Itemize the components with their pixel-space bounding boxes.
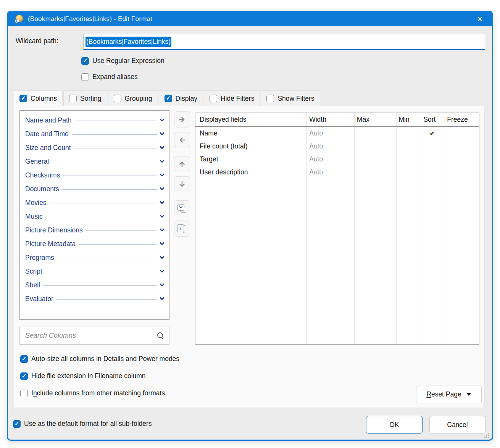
chevron-down-icon <box>160 295 165 300</box>
reset-page-button[interactable]: Reset Page <box>416 385 482 403</box>
include-columns-label: Include columns from other matching form… <box>31 389 165 397</box>
use-regex-label: Use Regular Expression <box>92 57 165 65</box>
chevron-down-icon <box>160 172 165 177</box>
close-icon[interactable]: ✕ <box>474 15 486 24</box>
edit-format-dialog: (Bookmarks|Favorites|Links) - Edit Forma… <box>7 11 493 441</box>
tab-show-filters-checkbox[interactable] <box>266 95 274 102</box>
expand-aliases-option[interactable]: Expand aliases <box>81 73 138 81</box>
category-name-and-path[interactable]: Name and Path <box>20 113 169 127</box>
use-regex-option[interactable]: Use Regular Expression <box>81 57 165 65</box>
category-picture-metadata[interactable]: Picture Metadata <box>20 237 169 251</box>
tab-display-label: Display <box>176 95 197 103</box>
use-default-format-option[interactable]: Use as the default format for all sub-fo… <box>13 420 152 428</box>
tab-show-filters[interactable]: Show Filters <box>261 90 320 106</box>
header-sort[interactable]: Sort <box>420 116 444 124</box>
wildcard-path-label: Wildcard path: <box>16 37 58 45</box>
category-script[interactable]: Script <box>20 264 169 278</box>
tab-sorting-label: Sorting <box>80 95 101 103</box>
header-width[interactable]: Width <box>306 116 354 124</box>
chevron-down-icon <box>160 144 165 149</box>
tab-hide-filters[interactable]: Hide Filters <box>204 90 260 106</box>
search-columns-input[interactable]: Search Columns <box>19 327 169 345</box>
hide-extension-checkbox[interactable] <box>20 372 28 380</box>
dialog-body: Wildcard path: (Bookmarks|Favorites|Link… <box>8 26 492 440</box>
table-row[interactable]: Name Auto ✔ <box>195 127 479 140</box>
search-placeholder: Search Columns <box>25 332 157 340</box>
table-row[interactable]: File count (total) Auto <box>195 140 479 153</box>
tab-display[interactable]: Display <box>159 90 203 106</box>
tab-columns-checkbox[interactable] <box>19 95 27 102</box>
chevron-down-icon <box>160 158 165 163</box>
table-header: Displayed fields Width Max Min Sort Free… <box>195 113 479 127</box>
category-movies[interactable]: Movies <box>20 196 169 209</box>
add-column-button[interactable] <box>174 111 190 127</box>
expand-aliases-checkbox[interactable] <box>81 73 89 81</box>
expand-all-button[interactable] <box>174 200 190 216</box>
category-checksums[interactable]: Checksums <box>20 168 169 182</box>
arrow-up-icon <box>178 160 186 168</box>
chevron-down-icon <box>160 131 165 135</box>
include-columns-option[interactable]: Include columns from other matching form… <box>20 389 165 397</box>
sort-check-icon[interactable]: ✔ <box>420 130 444 137</box>
tab-grouping[interactable]: Grouping <box>108 90 158 106</box>
autosize-columns-option[interactable]: Auto-size all columns in Details and Pow… <box>20 355 179 363</box>
autosize-columns-checkbox[interactable] <box>20 355 28 363</box>
tab-display-checkbox[interactable] <box>165 95 172 102</box>
folder-format-icon <box>14 15 24 24</box>
header-freeze[interactable]: Freeze <box>444 116 479 124</box>
use-default-format-label: Use as the default format for all sub-fo… <box>24 420 152 428</box>
expand-all-icon <box>177 204 187 213</box>
displayed-fields-table: Displayed fields Width Max Min Sort Free… <box>195 113 479 345</box>
use-default-format-checkbox[interactable] <box>13 420 21 428</box>
tab-sorting-checkbox[interactable] <box>69 95 77 102</box>
arrow-down-icon <box>178 180 186 188</box>
category-date-and-time[interactable]: Date and Time <box>20 127 169 141</box>
resize-grip[interactable] <box>484 432 489 438</box>
chevron-down-icon <box>160 213 165 218</box>
chevron-down-icon <box>160 240 165 245</box>
hide-extension-label: Hide file extension in Filename column <box>31 372 146 380</box>
header-min[interactable]: Min <box>396 116 421 124</box>
chevron-down-icon <box>160 254 165 259</box>
tab-grouping-label: Grouping <box>125 95 152 103</box>
cancel-button[interactable]: Cancel <box>429 416 485 433</box>
header-max[interactable]: Max <box>354 116 396 124</box>
tab-grouping-checkbox[interactable] <box>114 95 121 102</box>
arrow-left-icon <box>178 136 186 144</box>
category-general[interactable]: General <box>20 155 169 168</box>
collapse-all-button[interactable] <box>174 221 190 237</box>
chevron-down-icon <box>160 268 165 273</box>
arrow-right-icon <box>178 116 186 123</box>
chevron-down-icon <box>160 117 165 122</box>
include-columns-checkbox[interactable] <box>20 390 28 397</box>
reset-page-label: Reset Page <box>426 390 461 398</box>
dropdown-caret-icon <box>466 393 471 396</box>
table-row[interactable]: Target Auto <box>195 153 479 166</box>
tab-sorting[interactable]: Sorting <box>63 90 107 106</box>
search-icon <box>157 332 164 339</box>
table-row[interactable]: User description Auto <box>195 166 479 179</box>
category-programs[interactable]: Programs <box>20 251 169 264</box>
hide-extension-option[interactable]: Hide file extension in Filename column <box>20 372 146 380</box>
category-evaluator[interactable]: Evaluator <box>20 292 169 306</box>
columns-tab-page: Name and Path Date and Time Size and Cou… <box>14 106 485 408</box>
selected-text: (Bookmarks|Favorites|Links) <box>85 37 171 47</box>
category-size-and-count[interactable]: Size and Count <box>20 141 169 155</box>
tab-hide-filters-label: Hide Filters <box>221 95 255 103</box>
collapse-all-icon <box>177 224 187 233</box>
wildcard-path-input[interactable]: (Bookmarks|Favorites|Links) <box>83 34 485 50</box>
tab-show-filters-label: Show Filters <box>277 95 314 103</box>
move-down-button[interactable] <box>174 176 190 192</box>
use-regex-checkbox[interactable] <box>81 57 89 65</box>
category-documents[interactable]: Documents <box>20 182 169 196</box>
category-shell[interactable]: Shell <box>20 278 169 292</box>
tab-hide-filters-checkbox[interactable] <box>210 95 217 102</box>
move-up-button[interactable] <box>174 156 190 172</box>
tab-columns[interactable]: Columns <box>14 90 63 106</box>
title-bar[interactable]: (Bookmarks|Favorites|Links) - Edit Forma… <box>8 12 492 26</box>
ok-button[interactable]: OK <box>366 416 423 433</box>
category-picture-dimensions[interactable]: Picture Dimensions <box>20 223 169 237</box>
header-displayed-fields[interactable]: Displayed fields <box>195 116 306 124</box>
remove-column-button[interactable] <box>174 132 190 148</box>
category-music[interactable]: Music <box>20 209 169 223</box>
